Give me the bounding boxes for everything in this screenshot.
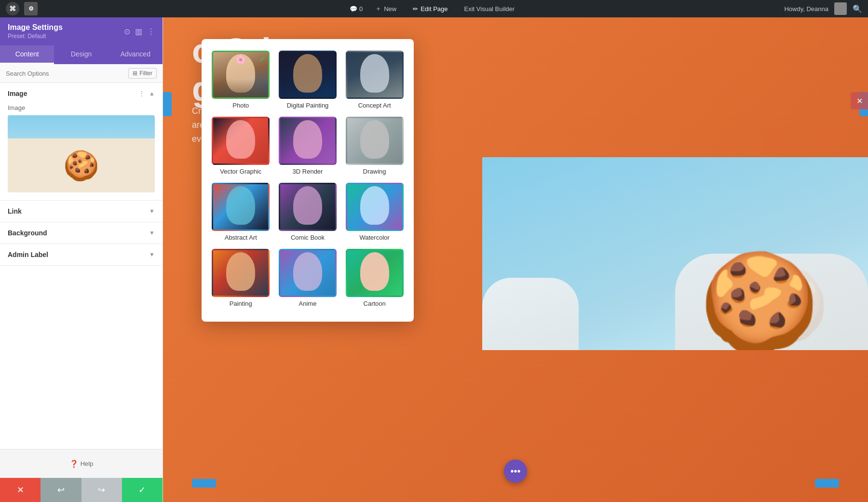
- comment-icon: 💬: [350, 5, 357, 13]
- style-grid: 🌸 ✓ Photo Digital Painting: [211, 51, 404, 307]
- sidebar-preset[interactable]: Preset: Default: [8, 33, 63, 40]
- more-icon[interactable]: ⋮: [147, 27, 155, 36]
- style-item-painting[interactable]: Painting: [211, 249, 271, 307]
- search-input[interactable]: [6, 70, 128, 77]
- user-avatar[interactable]: [834, 2, 847, 15]
- style-label-abstract-art: Abstract Art: [225, 234, 257, 241]
- style-thumb-watercolor[interactable]: [346, 183, 404, 231]
- help-icon[interactable]: ❓: [69, 460, 79, 468]
- face-abstract: [226, 186, 255, 225]
- style-thumb-comic-book[interactable]: [279, 183, 337, 231]
- style-thumb-anime[interactable]: [279, 249, 337, 297]
- canvas-close-button[interactable]: ✕: [851, 92, 868, 109]
- style-thumb-cartoon[interactable]: [346, 249, 404, 297]
- flower-photo: 🌸: [236, 55, 245, 64]
- undo-button[interactable]: ↩: [41, 478, 81, 502]
- image-preview[interactable]: [8, 115, 155, 192]
- style-item-3d-render[interactable]: 3D Render: [278, 117, 338, 175]
- exit-visual-builder-button[interactable]: Exit Visual Builder: [461, 3, 519, 14]
- sidebar-header-icons: ⊙ ▥ ⋮: [124, 27, 155, 36]
- style-item-digital-painting[interactable]: Digital Painting: [278, 51, 338, 109]
- style-item-abstract-art[interactable]: Abstract Art: [211, 183, 271, 241]
- sidebar-section-background: Background ▼: [0, 222, 163, 244]
- face-vector: [226, 120, 255, 159]
- section-chevron-icon[interactable]: ▲: [149, 90, 155, 97]
- wordpress-logo[interactable]: ⌘: [6, 2, 19, 15]
- sidebar-footer: ✕ ↩ ↪ ✓: [0, 478, 163, 502]
- top-bar-left: ⌘ ⚙: [6, 2, 38, 15]
- style-thumb-vector-graphic[interactable]: [212, 117, 270, 165]
- style-label-comic-book: Comic Book: [291, 234, 325, 241]
- style-item-watercolor[interactable]: Watercolor: [345, 183, 404, 241]
- sidebar-section-background-header[interactable]: Background ▼: [0, 222, 163, 244]
- style-thumb-digital-painting[interactable]: [279, 51, 337, 99]
- style-thumb-concept-art[interactable]: [346, 51, 404, 99]
- style-thumb-drawing[interactable]: [346, 117, 404, 165]
- top-bar-center: 💬 0 ＋ New ✏ Edit Page Exit Visual Builde…: [350, 2, 518, 15]
- canvas-area: o Critter gs! Cravings, where every bite…: [163, 17, 868, 502]
- sidebar-section-image: Image ⋮ ▲ Image: [0, 83, 163, 201]
- style-item-drawing[interactable]: Drawing: [345, 117, 404, 175]
- admin-label-chevron-icon[interactable]: ▼: [149, 251, 155, 258]
- style-item-comic-book[interactable]: Comic Book: [278, 183, 338, 241]
- search-icon[interactable]: 🔍: [853, 4, 862, 14]
- face-painting: [226, 252, 255, 291]
- style-item-concept-art[interactable]: Concept Art: [345, 51, 404, 109]
- comment-badge[interactable]: 💬 0: [350, 5, 363, 13]
- sidebar-section-admin-label: Admin Label ▼: [0, 244, 163, 266]
- tab-design[interactable]: Design: [54, 45, 108, 64]
- style-item-cartoon[interactable]: Cartoon: [345, 249, 404, 307]
- edit-page-button[interactable]: ✏ Edit Page: [409, 3, 451, 14]
- top-bar-right: Howdy, Deanna 🔍: [784, 2, 862, 15]
- comment-count: 0: [359, 5, 363, 13]
- sidebar-bottom: ❓ Help: [0, 449, 163, 478]
- style-thumb-photo[interactable]: 🌸 ✓: [212, 51, 270, 99]
- redo-button[interactable]: ↪: [81, 478, 122, 502]
- help-label: Help: [81, 460, 94, 467]
- sidebar-section-link: Link ▼: [0, 201, 163, 222]
- background-chevron-icon[interactable]: ▼: [149, 230, 155, 236]
- style-item-vector-graphic[interactable]: Vector Graphic: [211, 117, 271, 175]
- site-icon[interactable]: ⚙: [24, 2, 38, 15]
- style-label-3d-render: 3D Render: [293, 168, 323, 175]
- style-label-watercolor: Watercolor: [359, 234, 389, 241]
- image-field-label: Image: [8, 104, 155, 111]
- link-section-title: Link: [8, 207, 22, 215]
- close-button[interactable]: ✕: [0, 478, 41, 502]
- undo-icon: ↩: [57, 485, 65, 495]
- canvas-cookie-image: 🍪: [482, 157, 868, 350]
- blue-bar-left: [163, 92, 172, 116]
- style-thumb-painting[interactable]: [212, 249, 270, 297]
- tab-advanced[interactable]: Advanced: [108, 45, 163, 64]
- background-section-title: Background: [8, 229, 47, 237]
- columns-icon[interactable]: ▥: [135, 27, 142, 36]
- sidebar: Image Settings Preset: Default ⊙ ▥ ⋮ Con…: [0, 17, 163, 502]
- sidebar-header: Image Settings Preset: Default ⊙ ▥ ⋮: [0, 17, 163, 45]
- face-anime: [293, 252, 322, 291]
- style-thumb-3d-render[interactable]: [279, 117, 337, 165]
- style-thumb-abstract-art[interactable]: [212, 183, 270, 231]
- filter-icon: ⊞: [133, 70, 137, 77]
- sidebar-title: Image Settings: [8, 23, 63, 32]
- user-greeting: Howdy, Deanna: [784, 5, 828, 13]
- section-dots-icon[interactable]: ⋮: [138, 90, 145, 97]
- plus-icon: ＋: [375, 4, 381, 13]
- save-button[interactable]: ✓: [122, 478, 163, 502]
- sidebar-section-link-header[interactable]: Link ▼: [0, 201, 163, 222]
- filter-button[interactable]: ⊞ Filter: [128, 68, 157, 79]
- focus-icon[interactable]: ⊙: [124, 27, 130, 36]
- new-button[interactable]: ＋ New: [371, 2, 400, 15]
- sidebar-section-admin-label-header[interactable]: Admin Label ▼: [0, 244, 163, 265]
- save-icon: ✓: [138, 485, 146, 495]
- style-label-anime: Anime: [299, 300, 317, 307]
- style-item-anime[interactable]: Anime: [278, 249, 338, 307]
- style-label-photo: Photo: [232, 102, 249, 109]
- sidebar-section-image-header[interactable]: Image ⋮ ▲: [0, 83, 163, 104]
- face-3d: [293, 120, 322, 159]
- tab-content[interactable]: Content: [0, 45, 54, 64]
- style-item-photo[interactable]: 🌸 ✓ Photo: [211, 51, 271, 109]
- link-chevron-icon[interactable]: ▼: [149, 208, 155, 215]
- selected-checkmark: ✓: [259, 54, 266, 65]
- pencil-icon: ✏: [413, 5, 418, 13]
- floating-dots-button[interactable]: •••: [504, 460, 527, 483]
